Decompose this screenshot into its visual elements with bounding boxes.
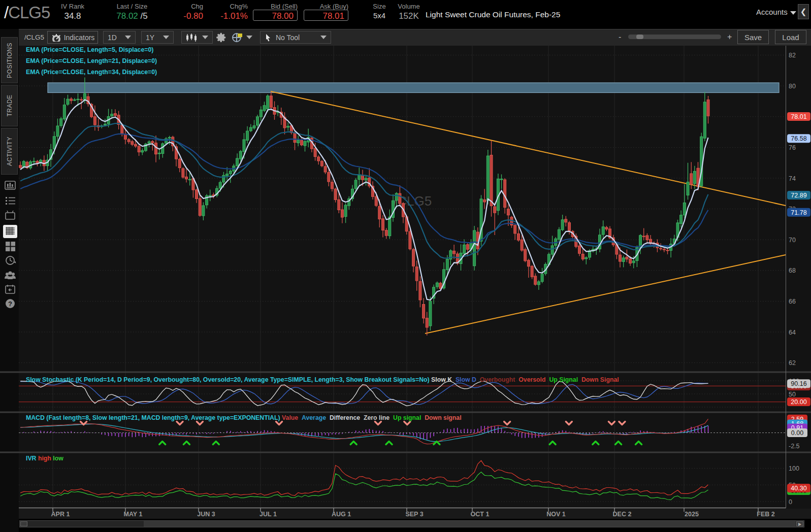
svg-text:OCT 1: OCT 1	[471, 511, 490, 518]
svg-text:JUN 3: JUN 3	[197, 511, 215, 518]
svg-text:50: 50	[789, 391, 796, 398]
svg-text:100: 100	[789, 465, 799, 472]
svg-text:?: ?	[8, 300, 12, 308]
svg-text:JUL 1: JUL 1	[259, 511, 277, 518]
svg-text:0: 0	[789, 498, 792, 506]
svg-text:20.00: 20.00	[791, 398, 806, 406]
svg-text:DEC 2: DEC 2	[613, 511, 632, 518]
svg-text:76.58: 76.58	[791, 135, 806, 142]
svg-text:Slow Stochastic (K Period=14,: Slow Stochastic (K Period=14, D Period=9…	[26, 376, 619, 383]
svg-text:76: 76	[789, 144, 796, 151]
svg-text:APR 1: APR 1	[51, 511, 70, 518]
svg-text:MAY 1: MAY 1	[124, 511, 143, 518]
svg-text:EMA (Price=CLOSE, Length=21, D: EMA (Price=CLOSE, Length=21, Displace=0)	[26, 57, 157, 64]
svg-text:-2.5: -2.5	[789, 443, 800, 450]
svg-text:SEP 3: SEP 3	[405, 511, 423, 518]
svg-text:EMA (Price=CLOSE, Length=5, Di: EMA (Price=CLOSE, Length=5, Displace=0)	[26, 46, 153, 53]
svg-text:72.89: 72.89	[791, 192, 806, 199]
svg-text:80: 80	[789, 83, 796, 90]
svg-text:62: 62	[789, 359, 796, 367]
svg-text:AUG 1: AUG 1	[332, 511, 351, 518]
svg-text:FEB 2: FEB 2	[757, 511, 774, 518]
svg-text:66: 66	[789, 298, 796, 305]
svg-text:64: 64	[789, 329, 796, 336]
svg-text:MACD (Fast length=8, Slow leng: MACD (Fast length=8, Slow length=21, MAC…	[26, 414, 462, 421]
svg-text:82: 82	[789, 52, 796, 59]
svg-text:40.30: 40.30	[791, 485, 806, 492]
svg-text:2025: 2025	[685, 511, 699, 518]
svg-text:EMA (Price=CLOSE, Length=34, D: EMA (Price=CLOSE, Length=34, Displace=0)	[26, 69, 157, 76]
svg-text:NOV 1: NOV 1	[546, 511, 566, 518]
svg-text:71.78: 71.78	[791, 209, 806, 216]
svg-text:70: 70	[789, 237, 796, 244]
svg-text:68: 68	[789, 267, 796, 274]
svg-text:78.01: 78.01	[791, 113, 806, 120]
svg-text:0.00: 0.00	[791, 429, 803, 437]
svg-text:74: 74	[789, 175, 796, 182]
svg-text:90.16: 90.16	[791, 380, 806, 387]
svg-text:IVR high low: IVR high low	[26, 455, 63, 462]
